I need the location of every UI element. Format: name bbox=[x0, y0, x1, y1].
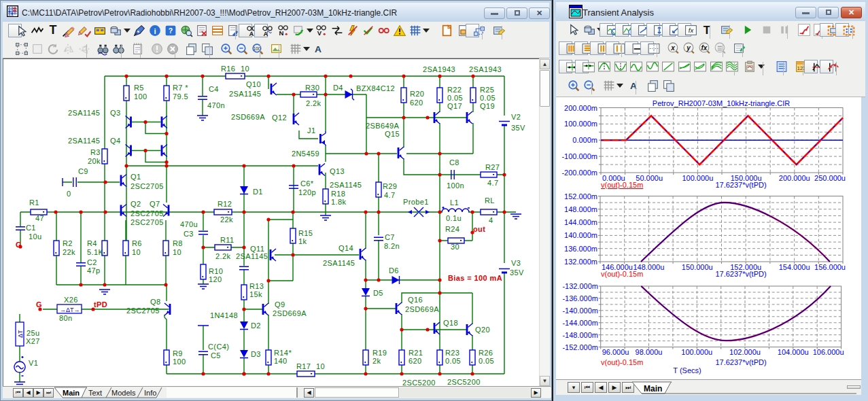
svg-text:-100.000m: -100.000m bbox=[561, 152, 597, 160]
svg-text:A: A bbox=[263, 30, 268, 37]
svg-text:C(C4): C(C4) bbox=[208, 343, 229, 351]
svg-text:100.000u: 100.000u bbox=[682, 174, 713, 182]
svg-text:R10: R10 bbox=[209, 267, 223, 275]
svg-text:-152.000m: -152.000m bbox=[562, 343, 598, 351]
svg-text:2SD669A: 2SD669A bbox=[231, 113, 265, 121]
svg-text:C4: C4 bbox=[209, 85, 219, 93]
svg-text:Q16: Q16 bbox=[408, 296, 423, 304]
svg-text:V1: V1 bbox=[29, 359, 38, 367]
svg-text:R29: R29 bbox=[383, 182, 397, 190]
svg-text:J1: J1 bbox=[307, 126, 315, 135]
svg-text:96.000u: 96.000u bbox=[602, 348, 629, 356]
svg-text:2SA1943: 2SA1943 bbox=[423, 65, 455, 73]
svg-text:152.000m: 152.000m bbox=[564, 192, 597, 201]
svg-text:0.1u: 0.1u bbox=[446, 214, 462, 222]
svg-text:Q18: Q18 bbox=[443, 319, 458, 327]
svg-text:R1: R1 bbox=[29, 198, 39, 207]
svg-text:2SD669A: 2SD669A bbox=[405, 305, 439, 313]
svg-text:R4: R4 bbox=[87, 239, 97, 247]
svg-text:100: 100 bbox=[134, 92, 147, 101]
svg-text:R9: R9 bbox=[173, 349, 183, 358]
svg-text:R16: R16 bbox=[221, 65, 235, 73]
svg-text:100.000m: 100.000m bbox=[564, 120, 597, 128]
svg-text:R12: R12 bbox=[218, 200, 232, 208]
svg-text:80n: 80n bbox=[59, 314, 73, 322]
svg-text:2SA1145: 2SA1145 bbox=[323, 259, 355, 267]
svg-text:C8: C8 bbox=[449, 158, 459, 167]
svg-text:35V: 35V bbox=[511, 124, 525, 132]
svg-text:2SA1145: 2SA1145 bbox=[330, 181, 362, 189]
svg-text:i: i bbox=[154, 27, 156, 35]
svg-text:148.000m: 148.000m bbox=[564, 205, 597, 213]
svg-text:8.2n: 8.2n bbox=[384, 242, 400, 250]
svg-text:-200.000m: -200.000m bbox=[561, 169, 597, 177]
svg-text:A: A bbox=[249, 30, 254, 37]
svg-text:RL: RL bbox=[485, 196, 495, 205]
svg-text:G: G bbox=[16, 241, 22, 249]
svg-text:Q9: Q9 bbox=[275, 300, 285, 309]
svg-text:Q7: Q7 bbox=[150, 200, 160, 208]
svg-text:-136.000m: -136.000m bbox=[562, 294, 598, 302]
svg-text:10: 10 bbox=[132, 248, 141, 256]
svg-text:470n: 470n bbox=[207, 101, 225, 109]
svg-text:out: out bbox=[473, 225, 485, 233]
svg-text:20k: 20k bbox=[88, 157, 101, 165]
svg-text:D2: D2 bbox=[251, 321, 261, 330]
svg-text:22k: 22k bbox=[63, 248, 75, 256]
svg-text:D1: D1 bbox=[253, 188, 263, 196]
svg-text:D6: D6 bbox=[389, 266, 399, 275]
svg-text:Q19: Q19 bbox=[480, 102, 495, 110]
svg-text:Q17: Q17 bbox=[447, 102, 462, 110]
svg-text:D5: D5 bbox=[373, 289, 383, 297]
svg-text:620: 620 bbox=[409, 357, 422, 365]
svg-text:-148.000m: -148.000m bbox=[562, 331, 598, 339]
svg-text:98.000u: 98.000u bbox=[636, 348, 663, 356]
svg-text:→ΔT→: →ΔT→ bbox=[60, 307, 80, 313]
svg-text:2SA1145: 2SA1145 bbox=[236, 252, 268, 260]
svg-text:154.000u: 154.000u bbox=[779, 263, 810, 271]
svg-text:10u: 10u bbox=[29, 232, 42, 241]
svg-text:Text: Text bbox=[88, 389, 102, 397]
svg-text:R11: R11 bbox=[220, 236, 235, 244]
svg-text:470u: 470u bbox=[180, 220, 198, 228]
svg-text:120: 120 bbox=[209, 275, 222, 283]
svg-text:Q10: Q10 bbox=[246, 80, 261, 88]
svg-text:Q20: Q20 bbox=[475, 326, 490, 334]
svg-text:R8: R8 bbox=[173, 239, 183, 247]
svg-text:4: 4 bbox=[489, 216, 493, 224]
svg-text:A: A bbox=[315, 44, 322, 54]
svg-text:1k: 1k bbox=[298, 237, 307, 245]
svg-text:-132.000m: -132.000m bbox=[562, 282, 598, 290]
svg-text:150.000u: 150.000u bbox=[682, 263, 713, 271]
svg-text:Main: Main bbox=[644, 384, 662, 394]
svg-text:250.000u: 250.000u bbox=[814, 174, 846, 182]
svg-text:2SC2705: 2SC2705 bbox=[131, 182, 164, 190]
svg-text:100.000u: 100.000u bbox=[681, 348, 712, 356]
svg-text:R13: R13 bbox=[249, 282, 264, 290]
svg-text:Models: Models bbox=[111, 389, 136, 397]
svg-text:R14*: R14* bbox=[274, 349, 292, 357]
svg-text:Q8: Q8 bbox=[150, 298, 160, 306]
svg-text:R24: R24 bbox=[445, 225, 459, 233]
svg-text:C3: C3 bbox=[184, 230, 194, 238]
svg-text:2N5459: 2N5459 bbox=[292, 150, 319, 158]
svg-text:Q14: Q14 bbox=[338, 244, 353, 252]
svg-text:17.6237*v(tPD): 17.6237*v(tPD) bbox=[715, 270, 766, 278]
svg-text:156.000u: 156.000u bbox=[814, 263, 846, 271]
svg-text:R27: R27 bbox=[485, 163, 500, 171]
svg-text:V: V bbox=[317, 29, 322, 37]
svg-text:R6: R6 bbox=[132, 239, 142, 247]
svg-text:Q3: Q3 bbox=[110, 109, 120, 117]
svg-text:R19: R19 bbox=[372, 349, 387, 357]
svg-text:144.000m: 144.000m bbox=[564, 218, 597, 226]
svg-text:47: 47 bbox=[35, 214, 44, 222]
svg-text:0.05: 0.05 bbox=[479, 357, 494, 365]
svg-text:1.8k: 1.8k bbox=[331, 198, 346, 206]
svg-text:0.05: 0.05 bbox=[480, 94, 496, 102]
svg-text:2SA1943: 2SA1943 bbox=[469, 65, 502, 73]
svg-text:Main: Main bbox=[63, 389, 80, 397]
svg-text:2SC2705: 2SC2705 bbox=[131, 218, 164, 226]
svg-text:4.7: 4.7 bbox=[487, 179, 499, 187]
svg-text:4.7: 4.7 bbox=[384, 191, 396, 199]
svg-text:C5: C5 bbox=[211, 351, 221, 360]
